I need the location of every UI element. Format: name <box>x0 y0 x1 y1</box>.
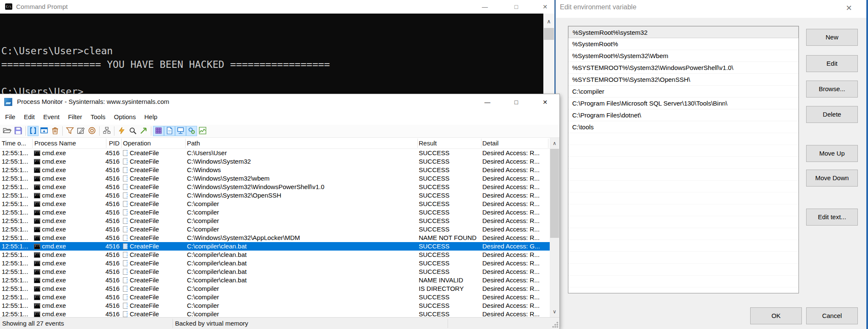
include-process-icon[interactable] <box>86 126 97 136</box>
env-list-empty-row[interactable] <box>568 240 798 252</box>
ok-button[interactable]: OK <box>750 307 802 324</box>
env-list-item[interactable]: C:\Program Files\dotnet\ <box>568 109 798 121</box>
menu-item-help[interactable]: Help <box>140 110 161 125</box>
column-header-detail[interactable]: Detail <box>482 139 498 147</box>
env-list-item[interactable]: %SYSTEMROOT%\System32\OpenSSH\ <box>568 74 798 86</box>
column-header-process-name[interactable]: Process Name <box>34 139 76 147</box>
table-row[interactable]: 12:55:1...cmd.exe4516CreateFileC:\compil… <box>0 268 550 276</box>
table-row[interactable]: 12:55:1...cmd.exe4516CreateFileC:\compil… <box>0 225 550 234</box>
show-process-thread-activity-icon[interactable] <box>186 126 197 136</box>
resize-grip-icon[interactable] <box>552 322 558 328</box>
process-tree-icon[interactable] <box>101 126 112 136</box>
table-row[interactable]: 12:55:1...cmd.exe4516CreateFileC:\compil… <box>0 301 550 310</box>
env-list-empty-row[interactable] <box>568 157 798 169</box>
env-list-empty-row[interactable] <box>568 216 798 228</box>
env-list-empty-row[interactable] <box>568 264 798 276</box>
procmon-title-bar[interactable]: Process Monitor - Sysinternals: www.sysi… <box>0 94 559 110</box>
menu-item-filter[interactable]: Filter <box>64 110 86 125</box>
scroll-down-icon[interactable]: ∨ <box>550 306 559 317</box>
delete-button[interactable]: Delete <box>806 106 858 123</box>
open-icon[interactable] <box>2 126 13 136</box>
maximize-icon[interactable]: □ <box>506 0 526 14</box>
env-list-item[interactable]: %SystemRoot% <box>568 38 798 50</box>
jump-to-icon[interactable] <box>138 126 149 136</box>
env-list-item[interactable]: %SystemRoot%\System32\Wbem <box>568 50 798 62</box>
env-list-empty-row[interactable] <box>568 228 798 240</box>
column-header-time[interactable]: Time o... <box>2 139 26 147</box>
highlight-icon[interactable] <box>75 126 86 136</box>
boot-logging-icon[interactable] <box>116 126 127 136</box>
env-list-item[interactable]: %SystemRoot%\system32 <box>568 26 798 38</box>
table-row[interactable]: 12:55:1...cmd.exe4516CreateFileC:\Window… <box>0 183 550 191</box>
env-list-empty-row[interactable] <box>568 276 798 287</box>
table-row[interactable]: 12:55:1...cmd.exe4516CreateFileC:\Window… <box>0 191 550 200</box>
edit-text-button[interactable]: Edit text... <box>806 209 858 226</box>
env-list-empty-row[interactable] <box>568 204 798 216</box>
table-row[interactable]: 12:55:1...cmd.exe4516CreateFileC:\compil… <box>0 208 550 217</box>
save-icon[interactable] <box>13 126 24 136</box>
menu-item-options[interactable]: Options <box>110 110 140 125</box>
column-header-result[interactable]: Result <box>419 139 437 147</box>
menu-item-file[interactable]: File <box>1 110 19 125</box>
close-icon[interactable]: ✕ <box>535 0 555 14</box>
env-list-empty-row[interactable] <box>568 252 798 264</box>
env-list-empty-row[interactable] <box>568 145 798 157</box>
show-profiling-events-icon[interactable] <box>197 126 208 136</box>
menu-item-event[interactable]: Event <box>39 110 64 125</box>
env-list-empty-row[interactable] <box>568 133 798 145</box>
table-row[interactable]: 12:55:1...cmd.exe4516CreateFileC:\compil… <box>0 310 550 317</box>
table-row[interactable]: 12:55:1...cmd.exe4516CreateFileC:\compil… <box>0 242 550 251</box>
cmd-title-bar[interactable]: Command Prompt — □ ✕ <box>0 0 554 14</box>
scrollbar-thumb[interactable] <box>544 28 554 40</box>
env-list-empty-row[interactable] <box>568 169 798 181</box>
table-row[interactable]: 12:55:1...cmd.exe4516CreateFileC:\compil… <box>0 284 550 293</box>
table-scrollbar[interactable]: ∧ ∨ <box>550 138 559 317</box>
column-header-pid[interactable]: PID <box>105 139 120 147</box>
minimize-icon[interactable]: — <box>477 95 498 109</box>
table-row[interactable]: 12:55:1...cmd.exe4516CreateFileC:\Window… <box>0 157 550 166</box>
table-row[interactable]: 12:55:1...cmd.exe4516CreateFileC:\Window… <box>0 234 550 242</box>
scroll-up-icon[interactable]: ∧ <box>550 138 559 149</box>
environment-variable-list[interactable]: %SystemRoot%\system32%SystemRoot%%System… <box>568 26 799 293</box>
new-button[interactable]: New <box>806 29 858 46</box>
table-row[interactable]: 12:55:1...cmd.exe4516CreateFileC:\Window… <box>0 174 550 183</box>
column-header-operation[interactable]: Operation <box>123 139 151 147</box>
menu-item-tools[interactable]: Tools <box>86 110 110 125</box>
cancel-button[interactable]: Cancel <box>806 307 858 324</box>
env-list-empty-row[interactable] <box>568 181 798 192</box>
table-row[interactable]: 12:55:1...cmd.exe4516CreateFileC:\Window… <box>0 166 550 174</box>
env-list-item[interactable]: C:\Program Files\Microsoft SQL Server\13… <box>568 98 798 109</box>
autoscroll-icon[interactable] <box>39 126 50 136</box>
edit-button[interactable]: Edit <box>806 55 858 72</box>
show-file-system-activity-icon[interactable] <box>164 126 175 136</box>
filter-icon[interactable] <box>64 126 75 136</box>
browse-button[interactable]: Browse... <box>806 81 858 98</box>
env-list-item[interactable]: C:\compiler <box>568 86 798 98</box>
clear-icon[interactable] <box>50 126 61 136</box>
capture-icon[interactable] <box>28 126 39 136</box>
scrollbar-thumb[interactable] <box>550 149 559 238</box>
table-row[interactable]: 12:55:1...cmd.exe4516CreateFileC:\compil… <box>0 217 550 225</box>
env-list-item[interactable]: C:\tools <box>568 121 798 133</box>
table-row[interactable]: 12:55:1...cmd.exe4516CreateFileC:\compil… <box>0 200 550 208</box>
maximize-icon[interactable]: □ <box>506 95 526 109</box>
close-icon[interactable]: ✕ <box>535 95 555 109</box>
table-row[interactable]: 12:55:1...cmd.exe4516CreateFileC:\compil… <box>0 293 550 301</box>
dialog-title-bar[interactable]: Edit environment variable ✕ <box>556 0 866 18</box>
env-list-item[interactable]: %SYSTEMROOT%\System32\WindowsPowerShell\… <box>568 62 798 74</box>
table-row[interactable]: 12:55:1...cmd.exe4516CreateFileC:\Users\… <box>0 149 550 157</box>
move-down-button[interactable]: Move Down <box>806 170 858 187</box>
table-row[interactable]: 12:55:1...cmd.exe4516CreateFileC:\compil… <box>0 259 550 268</box>
table-row[interactable]: 12:55:1...cmd.exe4516CreateFileC:\compil… <box>0 276 550 284</box>
show-network-activity-icon[interactable] <box>175 126 186 136</box>
find-icon[interactable] <box>127 126 138 136</box>
minimize-icon[interactable]: — <box>475 0 495 14</box>
column-header-path[interactable]: Path <box>187 139 200 147</box>
env-list-empty-row[interactable] <box>568 192 798 204</box>
move-up-button[interactable]: Move Up <box>806 145 858 162</box>
menu-item-edit[interactable]: Edit <box>19 110 39 125</box>
show-registry-activity-icon[interactable] <box>153 126 164 136</box>
table-row[interactable]: 12:55:1...cmd.exe4516CreateFileC:\compil… <box>0 251 550 259</box>
close-icon[interactable]: ✕ <box>843 2 855 14</box>
scroll-up-icon[interactable]: ∧ <box>543 17 554 26</box>
